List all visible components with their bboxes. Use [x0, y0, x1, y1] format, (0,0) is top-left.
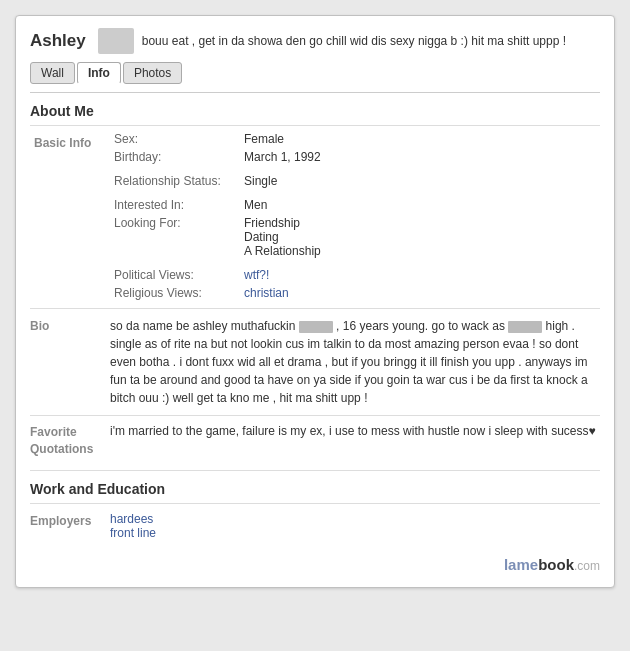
employer-details: hardees front line [110, 512, 600, 540]
employers-label: Employers [30, 512, 110, 540]
work-education-title: Work and Education [16, 471, 614, 503]
bio-label: Bio [30, 317, 110, 407]
profile-header: Ashley bouu eat , get in da showa den go… [16, 16, 614, 62]
employer-name: hardees [110, 512, 600, 526]
employer-position: front line [110, 526, 600, 540]
sex-value: Female [240, 130, 600, 148]
political-views-link[interactable]: wtf?! [244, 268, 269, 282]
sex-label: Sex: [110, 130, 240, 148]
looking-for-relationship: A Relationship [244, 244, 596, 258]
political-views-label: Political Views: [110, 266, 240, 284]
lamebook-lame: lame [504, 556, 538, 573]
relationship-row: Relationship Status: Single [30, 172, 600, 190]
tab-wall[interactable]: Wall [30, 62, 75, 84]
favorite-quotations-text: i'm married to the game, failure is my e… [110, 422, 600, 458]
religious-views-value: christian [240, 284, 600, 302]
employer-position-link[interactable]: front line [110, 526, 156, 540]
birthday-value: March 1, 1992 [240, 148, 600, 166]
employers-section: Employers hardees front line [16, 504, 614, 548]
relationship-status-label: Relationship Status: [110, 172, 240, 190]
interested-in-label: Interested In: [110, 196, 240, 214]
lamebook-com: .com [574, 559, 600, 573]
religious-views-label: Religious Views: [110, 284, 240, 302]
lamebook-book: book [538, 556, 574, 573]
lamebook-footer: lamebook.com [16, 548, 614, 577]
looking-for-value: Friendship Dating A Relationship [240, 214, 600, 260]
political-views-value: wtf?! [240, 266, 600, 284]
about-me-title: About Me [16, 93, 614, 125]
religious-row: Religious Views: christian [30, 284, 600, 302]
birthday-label: Birthday: [110, 148, 240, 166]
political-row: Political Views: wtf?! [30, 266, 600, 284]
profile-status: bouu eat , get in da showa den go chill … [142, 34, 600, 48]
profile-name: Ashley [30, 31, 86, 51]
bio-text: so da name be ashley muthafuckin , 16 ye… [110, 317, 600, 407]
tab-photos[interactable]: Photos [123, 62, 182, 84]
relationship-status-value: Single [240, 172, 600, 190]
redact-2 [508, 321, 542, 333]
looking-for-friendship: Friendship [244, 216, 596, 230]
employer-name-link[interactable]: hardees [110, 512, 153, 526]
basic-info-row: Basic Info Sex: Female [30, 130, 600, 148]
looking-for-label: Looking For: [110, 214, 240, 260]
basic-info-label: Basic Info [30, 130, 110, 266]
bio-section: Bio so da name be ashley muthafuckin , 1… [16, 309, 614, 415]
tab-info[interactable]: Info [77, 62, 121, 84]
profile-card: Ashley bouu eat , get in da showa den go… [15, 15, 615, 588]
redact-1 [299, 321, 333, 333]
looking-for-dating: Dating [244, 230, 596, 244]
basic-info-block: Basic Info Sex: Female Birthday: March 1… [16, 126, 614, 302]
tabs-bar: Wall Info Photos [16, 62, 614, 92]
interested-in-value: Men [240, 196, 600, 214]
favorite-quotations-section: FavoriteQuotations i'm married to the ga… [16, 416, 614, 464]
interested-in-row: Interested In: Men [30, 196, 600, 214]
favorite-quotations-label: FavoriteQuotations [30, 422, 110, 458]
looking-for-row: Looking For: Friendship Dating A Relatio… [30, 214, 600, 260]
avatar [98, 28, 134, 54]
religious-views-link[interactable]: christian [244, 286, 289, 300]
basic-info-table: Basic Info Sex: Female Birthday: March 1… [30, 130, 600, 302]
birthday-row: Birthday: March 1, 1992 [30, 148, 600, 166]
